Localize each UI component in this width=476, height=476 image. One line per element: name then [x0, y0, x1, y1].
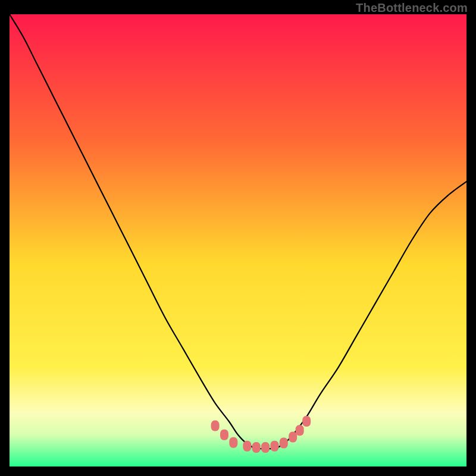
curve-marker	[289, 432, 297, 443]
gradient-background	[10, 14, 466, 466]
bottleneck-chart	[10, 14, 466, 466]
curve-marker	[229, 437, 237, 448]
curve-marker	[280, 437, 288, 448]
curve-marker	[296, 425, 304, 436]
curve-marker	[211, 421, 220, 431]
watermark-text: TheBottleneck.com	[356, 1, 468, 15]
curve-marker	[243, 441, 251, 452]
curve-marker	[252, 442, 261, 453]
curve-marker	[302, 416, 311, 427]
chart-frame	[10, 14, 466, 466]
curve-marker	[270, 441, 278, 452]
curve-marker	[261, 442, 270, 453]
curve-marker	[220, 430, 228, 440]
